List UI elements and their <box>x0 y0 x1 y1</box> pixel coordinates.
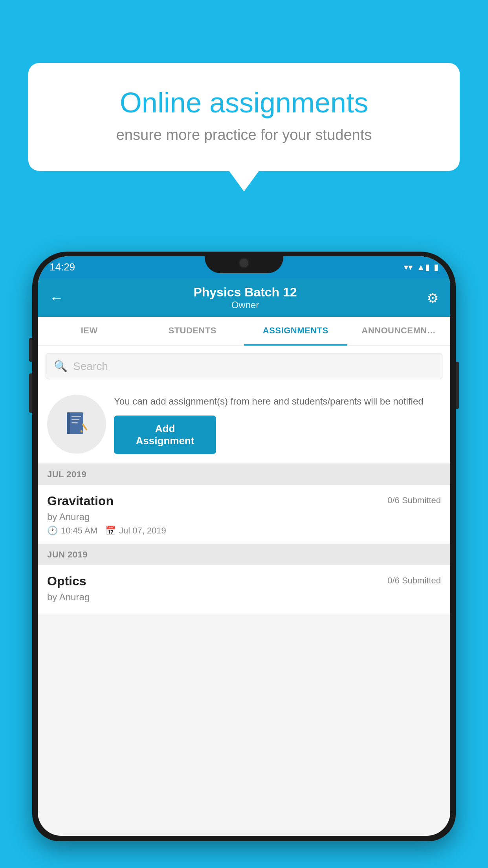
header-title: Physics Batch 12 <box>193 285 297 300</box>
settings-button[interactable]: ⚙ <box>427 290 438 306</box>
svg-rect-3 <box>72 419 79 420</box>
phone-side-left-vol-down <box>29 373 32 413</box>
search-placeholder: Search <box>73 360 108 373</box>
assignment-gravitation-time-value: 10:45 AM <box>61 526 97 536</box>
tab-announcements[interactable]: ANNOUNCEMN… <box>347 317 451 346</box>
tab-assignments[interactable]: ASSIGNMENTS <box>244 317 347 346</box>
section-jul-2019: JUL 2019 <box>38 464 450 485</box>
calendar-icon: 📅 <box>105 526 116 536</box>
section-jul-2019-label: JUL 2019 <box>47 469 86 479</box>
back-button[interactable]: ← <box>50 290 64 306</box>
search-icon: 🔍 <box>54 360 68 373</box>
content-area: 🔍 Search <box>38 346 450 614</box>
header-title-area: Physics Batch 12 Owner <box>193 285 297 311</box>
phone-outer: 14:29 ▾▾ ▲▮ ▮ ← Physics Batch 12 Owner ⚙… <box>32 252 456 841</box>
phone-container: 14:29 ▾▾ ▲▮ ▮ ← Physics Batch 12 Owner ⚙… <box>32 252 456 868</box>
promo-icon-circle <box>47 395 106 454</box>
phone-notch <box>205 252 283 273</box>
notebook-icon <box>63 410 90 438</box>
speech-bubble: Online assignments ensure more practice … <box>28 63 460 171</box>
assignment-gravitation-title: Gravitation <box>47 494 114 508</box>
phone-side-right-power <box>456 362 459 409</box>
speech-bubble-container: Online assignments ensure more practice … <box>28 63 460 171</box>
phone-screen: 14:29 ▾▾ ▲▮ ▮ ← Physics Batch 12 Owner ⚙… <box>38 256 450 836</box>
assignment-gravitation-time: 🕐 10:45 AM <box>47 526 97 536</box>
svg-rect-1 <box>67 412 70 434</box>
assignment-gravitation-top: Gravitation 0/6 Submitted <box>47 494 441 508</box>
tab-students[interactable]: STUDENTS <box>141 317 244 346</box>
wifi-icon: ▾▾ <box>404 262 413 272</box>
phone-side-left-vol-up <box>29 338 32 362</box>
assignment-gravitation[interactable]: Gravitation 0/6 Submitted by Anurag 🕐 10… <box>38 485 450 544</box>
status-time: 14:29 <box>50 261 75 273</box>
clock-icon: 🕐 <box>47 526 58 536</box>
assignment-optics-author: by Anurag <box>47 592 441 603</box>
add-assignment-button[interactable]: Add Assignment <box>114 416 216 454</box>
phone-camera <box>238 257 250 268</box>
section-jun-2019-label: JUN 2019 <box>47 550 88 559</box>
assignment-optics[interactable]: Optics 0/6 Submitted by Anurag <box>38 565 450 614</box>
assignment-gravitation-submitted: 0/6 Submitted <box>387 495 441 506</box>
search-bar[interactable]: 🔍 Search <box>46 353 442 379</box>
assignment-optics-submitted: 0/6 Submitted <box>387 576 441 586</box>
search-container: 🔍 Search <box>38 346 450 386</box>
status-icons: ▾▾ ▲▮ ▮ <box>404 262 438 272</box>
header-subtitle: Owner <box>193 300 297 311</box>
speech-bubble-title: Online assignments <box>60 86 428 119</box>
assignment-gravitation-author: by Anurag <box>47 511 441 522</box>
promo-description: You can add assignment(s) from here and … <box>114 394 441 408</box>
tab-iew[interactable]: IEW <box>38 317 141 346</box>
assignment-gravitation-meta: 🕐 10:45 AM 📅 Jul 07, 2019 <box>47 526 441 536</box>
app-header: ← Physics Batch 12 Owner ⚙ <box>38 278 450 317</box>
svg-rect-2 <box>72 416 81 417</box>
battery-icon: ▮ <box>434 262 438 272</box>
assignment-gravitation-date: 📅 Jul 07, 2019 <box>105 526 166 536</box>
promo-section: You can add assignment(s) from here and … <box>38 386 450 464</box>
assignment-optics-top: Optics 0/6 Submitted <box>47 574 441 588</box>
promo-content: You can add assignment(s) from here and … <box>114 394 441 454</box>
section-jun-2019: JUN 2019 <box>38 544 450 565</box>
assignment-optics-title: Optics <box>47 574 86 588</box>
svg-rect-4 <box>72 422 78 423</box>
speech-bubble-subtitle: ensure more practice for your students <box>60 127 428 143</box>
tabs-bar: IEW STUDENTS ASSIGNMENTS ANNOUNCEMN… <box>38 317 450 346</box>
signal-icon: ▲▮ <box>416 262 430 272</box>
assignment-gravitation-date-value: Jul 07, 2019 <box>119 526 166 536</box>
